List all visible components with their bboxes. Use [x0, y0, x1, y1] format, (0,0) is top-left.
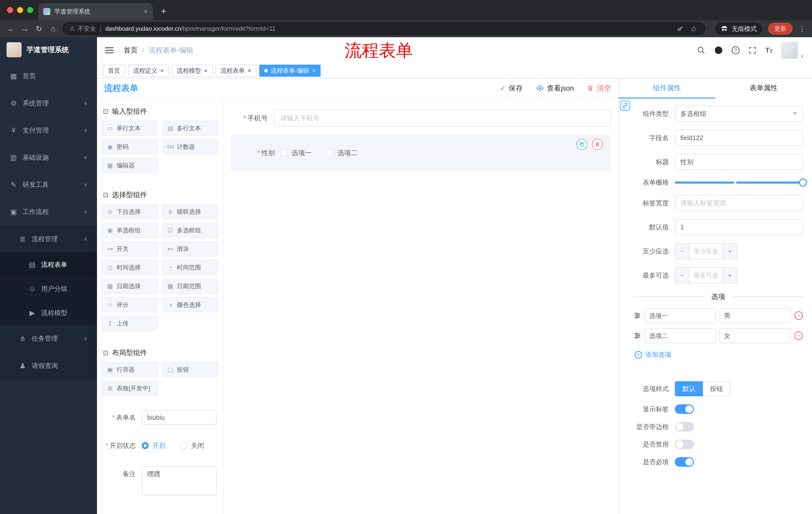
app-logo[interactable]: 芋道管理系统: [0, 37, 97, 62]
breadcrumb-home[interactable]: 首页: [124, 46, 138, 55]
security-indicator[interactable]: ⚠ 不安全: [69, 25, 96, 33]
sidebar-item-process-form[interactable]: ▤ 流程表单: [0, 252, 97, 277]
drag-handle-icon[interactable]: [634, 332, 641, 340]
maximize-window-button[interactable]: [27, 7, 33, 13]
sidebar-item-devtools[interactable]: ✎ 研发工具 ∨: [0, 171, 97, 198]
gender-option2-checkbox[interactable]: 选项二: [327, 148, 358, 157]
address-bar[interactable]: ⚠ 不安全 dashboard.yudao.iocoder.cn/bpm/man…: [62, 22, 705, 35]
phone-input[interactable]: [274, 110, 611, 127]
browser-tab[interactable]: 芋道管理系统 ×: [38, 3, 153, 20]
collapse-menu-icon[interactable]: [105, 47, 114, 53]
style-default-button[interactable]: 默认: [675, 381, 703, 396]
sidebar-item-process-management[interactable]: ≣ 流程管理 ∧: [0, 225, 97, 252]
palette-item-radio-group[interactable]: ◉单选框组: [102, 223, 158, 238]
palette-item-upload[interactable]: ↥上传: [102, 316, 158, 331]
close-window-button[interactable]: [7, 7, 13, 13]
palette-item-table[interactable]: ⊞表格[开发中]: [102, 381, 158, 396]
palette-item-row-container[interactable]: ▣行容器: [102, 362, 158, 377]
palette-item-editor[interactable]: ▦编辑器: [102, 158, 158, 173]
copy-field-button[interactable]: [576, 139, 587, 150]
tab-close-icon[interactable]: ×: [144, 7, 148, 16]
min-select-input[interactable]: [689, 244, 723, 259]
font-size-icon[interactable]: TT: [765, 46, 773, 54]
palette-item-button[interactable]: ▢按钮: [162, 362, 218, 377]
palette-item-slider[interactable]: ⊷滑块: [162, 241, 218, 256]
palette-item-select[interactable]: ⊙下拉选择: [102, 204, 158, 219]
remove-option-icon[interactable]: −: [794, 331, 803, 340]
canvas-field-phone[interactable]: 手机号: [231, 110, 611, 127]
decrease-button[interactable]: −: [675, 268, 689, 283]
avatar[interactable]: [781, 42, 798, 59]
new-tab-button[interactable]: +: [161, 6, 166, 17]
view-json-button[interactable]: 查看json: [536, 83, 574, 93]
status-on-radio[interactable]: 开启: [142, 441, 165, 450]
increase-button[interactable]: +: [723, 244, 736, 259]
palette-item-date-picker[interactable]: ▦日期选择: [102, 279, 158, 294]
page-tab-process-form[interactable]: 流程表单 ×: [215, 64, 256, 77]
bookmark-star-icon[interactable]: ☆: [689, 24, 698, 33]
sidebar-item-home[interactable]: ▦ 首页: [0, 62, 97, 89]
component-type-select[interactable]: 多选框组: [675, 106, 803, 122]
sidebar-item-infrastructure[interactable]: ▥ 基础设施 ∨: [0, 144, 97, 171]
decrease-button[interactable]: −: [675, 244, 689, 259]
slider-handle[interactable]: [799, 179, 807, 187]
disabled-toggle[interactable]: [675, 439, 694, 449]
add-option-button[interactable]: + 添加选项: [635, 350, 803, 359]
close-icon[interactable]: ×: [312, 67, 316, 74]
palette-item-switch[interactable]: ⊶开关: [102, 241, 158, 256]
sidebar-item-payment[interactable]: ¥ 支付管理 ∨: [0, 117, 97, 144]
save-button[interactable]: ✓ 保存: [500, 83, 523, 93]
clear-button[interactable]: 清空: [587, 83, 611, 93]
update-button[interactable]: 更新: [768, 23, 792, 34]
label-width-input[interactable]: [675, 195, 803, 211]
palette-item-password[interactable]: ◉密码: [102, 139, 158, 154]
sidebar-item-task-management[interactable]: ⋔ 任务管理 ∨: [0, 325, 97, 352]
form-name-input[interactable]: [142, 410, 216, 425]
back-icon[interactable]: ←: [6, 24, 16, 33]
canvas-field-gender-selected[interactable]: 性别 选项一 选项二: [231, 135, 611, 171]
close-icon[interactable]: ×: [204, 67, 207, 74]
key-icon[interactable]: [677, 25, 684, 32]
style-button-button[interactable]: 按钮: [703, 381, 731, 396]
tab-form-props[interactable]: 表单属性: [715, 78, 812, 99]
title-input[interactable]: [675, 154, 803, 170]
status-off-radio[interactable]: 关闭: [180, 441, 204, 450]
browser-menu-icon[interactable]: ⋮: [799, 24, 806, 33]
tab-component-props[interactable]: 组件属性: [618, 78, 715, 99]
palette-item-date-range[interactable]: ▩日期范围: [162, 279, 218, 294]
sidebar-item-system[interactable]: ⚙ 系统管理 ∨: [0, 89, 97, 117]
field-name-input[interactable]: [675, 130, 803, 146]
sidebar-item-workflow[interactable]: ▣ 工作流程 ∧: [0, 198, 97, 225]
palette-item-time-picker[interactable]: ◷时间选择: [102, 260, 158, 275]
minimize-window-button[interactable]: [17, 7, 23, 13]
remove-option-icon[interactable]: −: [794, 311, 803, 320]
close-icon[interactable]: ×: [160, 67, 164, 74]
page-tab-home[interactable]: 首页: [103, 64, 125, 77]
github-icon[interactable]: [714, 46, 723, 55]
drag-handle-icon[interactable]: [634, 312, 641, 319]
palette-item-counter[interactable]: 123计数器: [162, 139, 218, 154]
search-icon[interactable]: [697, 46, 705, 55]
option1-label-input[interactable]: [645, 308, 716, 323]
fullscreen-icon[interactable]: [748, 46, 757, 55]
help-icon[interactable]: ?: [732, 46, 740, 54]
show-label-toggle[interactable]: [675, 404, 694, 414]
palette-item-multi-line-text[interactable]: ▤多行文本: [162, 121, 218, 136]
link-icon[interactable]: [620, 101, 630, 111]
max-select-input[interactable]: [689, 268, 723, 283]
required-toggle[interactable]: [675, 457, 694, 467]
sidebar-item-process-model[interactable]: ▶ 流程模型: [0, 301, 97, 325]
remark-textarea[interactable]: 嘿嘿: [142, 466, 216, 495]
gender-option1-checkbox[interactable]: 选项一: [281, 148, 312, 157]
grid-slider[interactable]: [675, 182, 803, 184]
page-tab-process-definition[interactable]: 流程定义 ×: [128, 64, 169, 77]
palette-item-rate[interactable]: ☆评分: [102, 297, 158, 312]
increase-button[interactable]: +: [723, 268, 736, 283]
option2-value-input[interactable]: [720, 328, 791, 343]
close-icon[interactable]: ×: [248, 67, 251, 74]
user-menu[interactable]: ∨: [781, 42, 804, 59]
sidebar-item-leave-query[interactable]: ♟ 请假查询: [0, 352, 97, 379]
reload-icon[interactable]: ↻: [34, 24, 44, 33]
home-icon[interactable]: ⌂: [48, 24, 58, 33]
checkbox-box[interactable]: [281, 150, 288, 156]
